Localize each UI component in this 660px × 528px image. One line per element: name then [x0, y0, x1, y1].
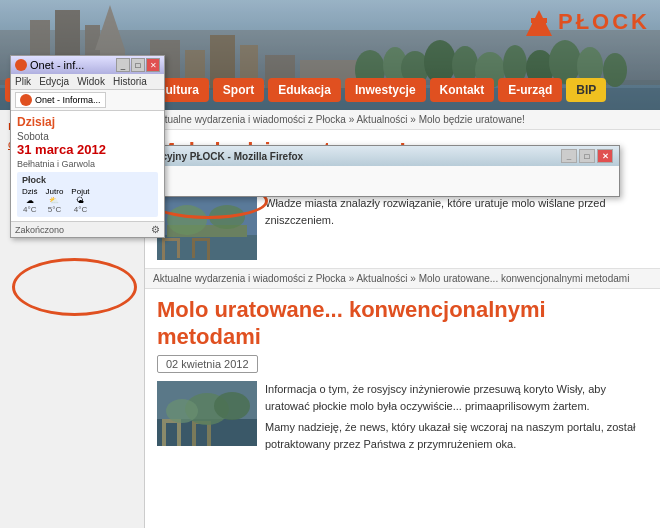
weather-day-2-label: Jutro	[46, 187, 64, 196]
popup-onet-menubar: Plik Edycja Widok Historia	[11, 74, 164, 90]
popup-onet-icon	[15, 59, 27, 71]
popup-menu-edycja[interactable]: Edycja	[39, 76, 69, 87]
svg-rect-47	[192, 423, 196, 446]
firefox-maximize[interactable]: □	[579, 149, 595, 163]
popup-firefox: tegracyjny PŁOCK - Mozilla Firefox _ □ ✕	[130, 145, 620, 197]
popup-menu-plik[interactable]: Plik	[15, 76, 31, 87]
svg-rect-28	[531, 18, 535, 23]
popup-onet-content: Dzisiaj Sobota 31 marca 2012 Bełhatnia i…	[11, 111, 164, 221]
onet-tab-icon	[20, 94, 32, 106]
popup-today-label: Dzisiaj	[17, 115, 158, 129]
popup-onet-close[interactable]: ✕	[146, 58, 160, 72]
firefox-minimize[interactable]: _	[561, 149, 577, 163]
article-2-image	[157, 381, 257, 446]
popup-status-gear-icon: ⚙	[151, 224, 160, 235]
svg-rect-39	[192, 238, 210, 241]
popup-menu-historia[interactable]: Historia	[113, 76, 147, 87]
popup-onet-titlebar: Onet - inf... _ □ ✕	[11, 56, 164, 74]
site-logo: PŁOCK	[524, 8, 650, 36]
svg-rect-44	[162, 421, 166, 446]
article-2-text1: Informacja o tym, że rosyjscy inżynierow…	[265, 381, 648, 414]
article-2-content: Informacja o tym, że rosyjscy inżynierow…	[157, 381, 648, 452]
popup-date-highlight: 31 marca 2012	[17, 142, 158, 157]
weather-day-3: Pojut 🌤 4°C	[71, 187, 89, 214]
popup-weather: Płock Dziś ☁ 4°C Jutro ⛅ 5°C Pojut 🌤 4°C	[17, 172, 158, 217]
popup-onet-tabbar: Onet - Informa...	[11, 90, 164, 111]
weather-day-3-label: Pojut	[71, 187, 89, 196]
firefox-titlebar: tegracyjny PŁOCK - Mozilla Firefox _ □ ✕	[131, 146, 619, 166]
breadcrumb-1: Aktualne wydarzenia i wiadomości z Płock…	[145, 110, 660, 130]
popup-onet-title: Onet - inf...	[30, 59, 84, 71]
popup-onet: Onet - inf... _ □ ✕ Plik Edycja Widok Hi…	[10, 55, 165, 238]
svg-rect-45	[177, 419, 181, 446]
firefox-close[interactable]: ✕	[597, 149, 613, 163]
popup-onet-maximize[interactable]: □	[131, 58, 145, 72]
logo-text: PŁOCK	[558, 9, 650, 35]
svg-rect-36	[162, 238, 180, 241]
article-2-title: Molo uratowane... konwencjonalnymi metod…	[157, 297, 648, 350]
article-1-text: Władze miasta znalazły rozwiązanie, któr…	[265, 195, 648, 260]
article-1-content: Władze miasta znalazły rozwiązanie, któr…	[157, 195, 648, 260]
popup-onet-tab[interactable]: Onet - Informa...	[15, 92, 106, 108]
svg-point-51	[166, 399, 198, 423]
popup-day-label: Sobota	[17, 131, 158, 142]
svg-rect-27	[532, 22, 546, 36]
article-1-image	[157, 195, 257, 260]
logo-icon	[524, 8, 554, 36]
weather-day-2-icon: ⛅	[46, 196, 64, 205]
svg-rect-37	[192, 240, 195, 258]
svg-rect-35	[177, 240, 180, 258]
article-2: Molo uratowane... konwencjonalnymi metod…	[145, 289, 660, 460]
weather-day-1: Dziś ☁ 4°C	[22, 187, 38, 214]
breadcrumb-2: Aktualne wydarzenia i wiadomości z Płock…	[145, 269, 660, 289]
weather-day-1-temp: 4°C	[22, 205, 38, 214]
nav-kontakt[interactable]: Kontakt	[430, 78, 495, 102]
article-2-texts: Informacja o tym, że rosyjscy inżynierow…	[265, 381, 648, 452]
weather-day-2: Jutro ⛅ 5°C	[46, 187, 64, 214]
nav-inwestycje[interactable]: Inwestycje	[345, 78, 426, 102]
popup-menu-widok[interactable]: Widok	[77, 76, 105, 87]
popup-weather-title: Płock	[22, 175, 153, 185]
svg-point-52	[214, 392, 250, 420]
firefox-controls: _ □ ✕	[561, 149, 613, 163]
nav-edukacja[interactable]: Edukacja	[268, 78, 341, 102]
popup-status-text: Zakończono	[15, 225, 64, 235]
article-2-image-svg	[157, 381, 257, 446]
svg-point-24	[603, 53, 627, 87]
weather-day-2-temp: 5°C	[46, 205, 64, 214]
weather-day-1-label: Dziś	[22, 187, 38, 196]
weather-day-3-icon: 🌤	[71, 196, 89, 205]
weather-day-3-temp: 4°C	[71, 205, 89, 214]
svg-point-41	[209, 205, 245, 229]
svg-rect-34	[162, 240, 165, 260]
article-2-date: 02 kwietnia 2012	[157, 355, 258, 373]
popup-tab-label: Onet - Informa...	[35, 95, 101, 105]
nav-eurzad[interactable]: E-urząd	[498, 78, 562, 102]
popup-onet-status: Zakończono ⚙	[11, 221, 164, 237]
article-1-image-svg	[157, 195, 257, 260]
nav-bip[interactable]: BIP	[566, 78, 606, 102]
svg-rect-38	[207, 240, 210, 260]
svg-rect-29	[537, 18, 541, 23]
popup-onet-controls: _ □ ✕	[116, 58, 160, 72]
popup-onet-minimize[interactable]: _	[116, 58, 130, 72]
popup-location: Bełhatnia i Garwola	[17, 159, 158, 169]
firefox-content	[131, 166, 619, 196]
weather-day-1-icon: ☁	[22, 196, 38, 205]
svg-point-40	[167, 205, 207, 235]
svg-rect-30	[543, 18, 547, 23]
article-2-text2: Mamy nadzieję, że news, który ukazał się…	[265, 419, 648, 452]
weather-row: Dziś ☁ 4°C Jutro ⛅ 5°C Pojut 🌤 4°C	[22, 187, 153, 214]
nav-sport[interactable]: Sport	[213, 78, 264, 102]
